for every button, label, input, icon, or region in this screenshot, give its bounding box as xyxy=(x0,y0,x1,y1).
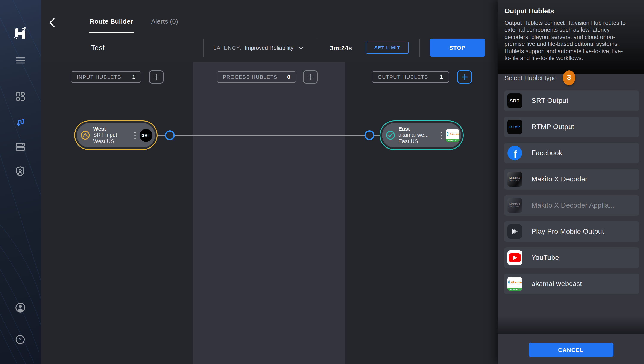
hublet-option-akamai-webcast[interactable]: Akamai WEBCAST akamai webcast xyxy=(504,274,639,294)
panel-title: Output Hublets xyxy=(505,7,628,15)
help-button[interactable]: ? xyxy=(15,334,26,345)
hublet-option-label: YouTube xyxy=(532,254,559,262)
divider xyxy=(203,39,203,56)
input-hublets-label: INPUT HUBLETS xyxy=(77,74,121,80)
node-west-text: West SRT Input West US xyxy=(93,126,117,145)
process-hublets-label: PROCESS HUBLETS xyxy=(223,74,278,80)
dashboard-icon xyxy=(15,91,25,101)
back-button[interactable] xyxy=(47,17,58,28)
panel-bottom-fade xyxy=(498,316,644,334)
panel-header: Output Hublets Output Hublets connect Ha… xyxy=(498,0,644,74)
hublet-option-label: SRT Output xyxy=(532,97,568,104)
node-region: West US xyxy=(93,138,117,145)
hublet-option-facebook[interactable]: f Facebook xyxy=(504,143,639,163)
akamai-webcast-text: WEBCAST xyxy=(446,139,459,142)
set-limit-button[interactable]: SET LIMIT xyxy=(366,42,409,54)
cancel-button[interactable]: CANCEL xyxy=(529,342,613,357)
node-east[interactable]: East akamai we... East US Akamai WEBCAST xyxy=(379,120,464,150)
sidebar-item-security[interactable] xyxy=(15,166,26,177)
node-west-menu-button[interactable] xyxy=(133,130,137,140)
rtmp-icon: RTMP xyxy=(508,120,522,134)
play-pro-icon xyxy=(508,224,522,239)
latency-dropdown[interactable]: LATENCY: Improved Reliability xyxy=(213,34,304,62)
east-input-port[interactable] xyxy=(364,130,374,140)
node-type: akamai we... xyxy=(398,132,428,138)
output-hublets-count: 1 xyxy=(440,74,443,80)
latency-label: LATENCY: xyxy=(213,45,242,51)
hublet-type-list: SRT SRT Output RTMP RTMP Output f Facebo… xyxy=(504,90,639,300)
account-icon xyxy=(15,302,26,313)
select-hublet-type-label: Select Hublet type xyxy=(505,74,557,81)
routes-icon xyxy=(15,116,26,127)
haivision-hub-app: ? Route Builder Alerts (0) Test LATENCY:… xyxy=(0,0,644,364)
node-east-menu-button[interactable] xyxy=(439,130,444,140)
node-west-body: West SRT Input West US SRT xyxy=(77,123,155,148)
hublet-option-label: Makito X Decoder xyxy=(532,175,587,183)
top-tab-bar: Route Builder Alerts (0) xyxy=(41,0,498,34)
chevron-down-icon xyxy=(299,46,304,50)
tab-alerts[interactable]: Alerts (0) xyxy=(151,18,178,25)
stop-button[interactable]: STOP xyxy=(430,38,485,56)
sidebar-item-dashboard[interactable] xyxy=(15,90,26,102)
srt-badge: SRT xyxy=(139,129,152,142)
facebook-icon: f xyxy=(508,146,522,160)
add-output-hublet-button[interactable] xyxy=(457,70,472,84)
shield-user-icon xyxy=(15,166,25,176)
youtube-icon xyxy=(508,250,522,265)
menu-icon xyxy=(15,57,25,64)
menu-button[interactable] xyxy=(15,55,26,66)
haivision-logo-icon xyxy=(14,27,27,40)
node-east-text: East akamai we... East US xyxy=(398,126,428,145)
process-hublets-count: 0 xyxy=(287,74,290,80)
route-header: Test LATENCY: Improved Reliability 3m:24… xyxy=(41,34,498,62)
add-input-hublet-button[interactable] xyxy=(149,70,164,84)
hublet-option-makito-x-decoder[interactable]: Makito X DECODER Makito X Decoder xyxy=(504,169,639,190)
node-title: East xyxy=(398,126,428,132)
node-region: East US xyxy=(398,138,428,145)
divider xyxy=(419,39,420,56)
plus-icon xyxy=(307,74,314,80)
hublet-option-makito-x-decoder-appliance[interactable]: Makito X DECODER Makito X Decoder Applia… xyxy=(504,195,639,216)
hublet-option-label: akamai webcast xyxy=(532,280,582,288)
hublet-option-rtmp-output[interactable]: RTMP RTMP Output xyxy=(504,116,639,137)
route-canvas: INPUT HUBLETS 1 PROCESS HUBLETS 0 OUTPUT… xyxy=(41,62,498,364)
hublet-option-label: Facebook xyxy=(532,149,562,157)
output-hublets-pill: OUTPUT HUBLETS 1 xyxy=(372,71,449,83)
node-title: West xyxy=(93,126,117,132)
output-hublets-panel: Output Hublets Output Hublets connect Ha… xyxy=(498,0,644,364)
panel-description: Output Hublets connect Haivision Hub rou… xyxy=(505,20,628,62)
srt-icon: SRT xyxy=(508,94,522,108)
sidebar-item-routes[interactable] xyxy=(15,116,26,127)
hublet-option-play-pro-mobile-output[interactable]: Play Pro Mobile Output xyxy=(504,221,639,242)
plus-icon xyxy=(461,74,468,80)
route-name: Test xyxy=(91,44,105,52)
svg-text:?: ? xyxy=(19,337,22,342)
makito-x-decoder-icon: Makito X DECODER xyxy=(508,198,522,213)
tab-route-builder[interactable]: Route Builder xyxy=(90,18,133,25)
node-east-body: East akamai we... East US Akamai WEBCAST xyxy=(382,123,461,148)
node-west[interactable]: West SRT Input West US SRT xyxy=(74,120,158,150)
node-type: SRT Input xyxy=(93,132,117,138)
akamai-webcast-icon: Akamai WEBCAST xyxy=(508,276,522,291)
process-hublets-column xyxy=(193,62,345,364)
akamai-badge: Akamai WEBCAST xyxy=(446,128,459,142)
akamai-brand-text: Akamai xyxy=(450,132,459,135)
hublet-option-youtube[interactable]: YouTube xyxy=(504,248,639,268)
account-button[interactable] xyxy=(15,302,26,313)
help-icon: ? xyxy=(15,334,25,345)
plus-icon xyxy=(153,74,159,80)
input-hublets-count: 1 xyxy=(132,74,135,80)
west-output-port[interactable] xyxy=(165,130,175,140)
akamai-wave-icon xyxy=(446,131,449,136)
haivision-logo[interactable] xyxy=(14,27,27,40)
hublet-option-label: Play Pro Mobile Output xyxy=(532,228,604,236)
sidebar-item-servers[interactable] xyxy=(15,141,26,152)
latency-value: Improved Reliability xyxy=(245,44,293,51)
check-icon xyxy=(386,131,395,140)
sidebar: ? xyxy=(0,0,41,364)
select-hublet-type-row: Select Hublet type 3 xyxy=(505,70,575,85)
connection-line xyxy=(157,134,380,136)
add-process-hublet-button[interactable] xyxy=(303,70,318,84)
route-timer: 3m:24s xyxy=(316,34,366,62)
hublet-option-srt-output[interactable]: SRT SRT Output xyxy=(504,90,639,111)
